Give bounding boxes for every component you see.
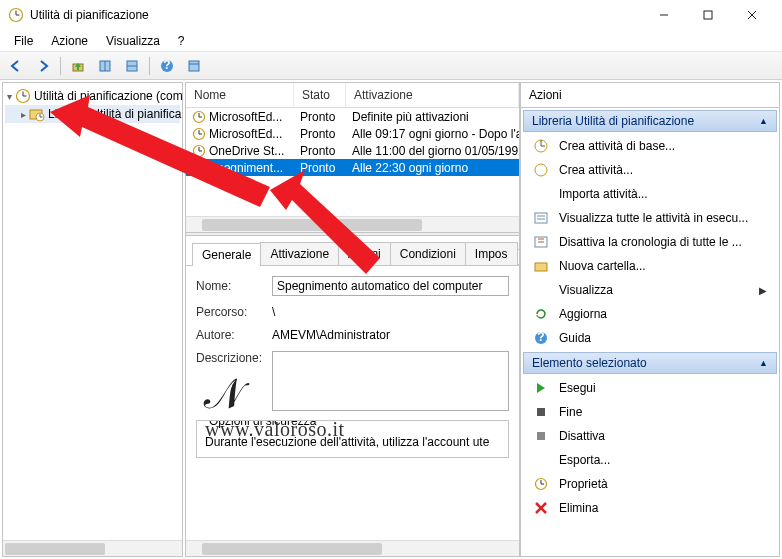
folder-clock-icon [29,106,45,122]
collapse-icon[interactable]: ▲ [759,358,768,368]
action-create-basic[interactable]: Crea attività di base... [521,134,779,158]
delete-icon [533,500,549,516]
input-descrizione[interactable] [272,351,509,411]
svg-text:?: ? [537,330,544,344]
task-list-pane: Nome Stato Attivazione MicrosoftEd... Pr… [185,82,520,557]
list-icon [533,210,549,226]
list-body: MicrosoftEd... Pronto Definite più attiv… [186,108,519,176]
list-scrollbar[interactable] [186,216,519,232]
action-view[interactable]: Visualizza▶ [521,278,779,302]
export-icon [533,452,549,468]
sicurezza-text: Durante l'esecuzione dell'attività, util… [205,435,500,449]
stop-icon [533,404,549,420]
table-row[interactable]: MicrosoftEd... Pronto Alle 09:17 ogni gi… [186,125,519,142]
action-import[interactable]: Importa attività... [521,182,779,206]
toolbar-separator [60,57,61,75]
app-icon [8,7,24,23]
scheduler-icon [15,88,31,104]
detail-scrollbar[interactable] [186,540,519,556]
svg-point-36 [535,164,547,176]
collapse-icon[interactable]: ▲ [759,116,768,126]
svg-rect-4 [704,11,712,19]
action-disable[interactable]: Disattiva [521,424,779,448]
tab-generale[interactable]: Generale [192,243,261,266]
value-percorso: \ [272,305,275,319]
tabstrip: Generale Attivazione Azioni Condizioni I… [186,236,519,266]
col-nome[interactable]: Nome [186,83,294,107]
folder-icon [533,258,549,274]
tab-condizioni[interactable]: Condizioni [390,242,466,265]
action-show-running[interactable]: Visualizza tutte le attività in esecu... [521,206,779,230]
disable-icon [533,428,549,444]
svg-rect-44 [537,408,545,416]
action-create[interactable]: Crea attività... [521,158,779,182]
expand-icon[interactable]: ▸ [21,109,26,120]
col-stato[interactable]: Stato [294,83,346,107]
action-export[interactable]: Esporta... [521,448,779,472]
tab-impostazioni[interactable]: Impos [465,242,518,265]
view-button-3[interactable] [182,55,206,77]
svg-rect-45 [537,432,545,440]
help-button[interactable]: ? [155,55,179,77]
svg-text:?: ? [163,59,170,72]
properties-icon [533,476,549,492]
wizard-icon [533,138,549,154]
back-button[interactable] [4,55,28,77]
svg-rect-37 [535,213,547,223]
task-icon [533,162,549,178]
label-percorso: Percorso: [196,305,272,319]
list-header: Nome Stato Attivazione [186,83,519,108]
menu-visualizza[interactable]: Visualizza [98,32,168,50]
action-end[interactable]: Fine [521,400,779,424]
action-properties[interactable]: Proprietà [521,472,779,496]
menu-azione[interactable]: Azione [43,32,96,50]
view-button-2[interactable] [120,55,144,77]
action-help[interactable]: ?Guida [521,326,779,350]
action-new-folder[interactable]: Nuova cartella... [521,254,779,278]
help-icon: ? [533,330,549,346]
col-attivazione[interactable]: Attivazione [346,83,519,107]
action-delete[interactable]: Elimina [521,496,779,520]
tree-library[interactable]: ▸ Libreria Utilità di pianifica [5,105,180,123]
close-button[interactable] [730,1,774,29]
action-disable-history[interactable]: Disattiva la cronologia di tutte le ... [521,230,779,254]
window-title: Utilità di pianificazione [30,8,642,22]
tree-scrollbar[interactable] [3,540,182,556]
actions-group-selected[interactable]: Elemento selezionato ▲ [523,352,777,374]
table-row[interactable]: MicrosoftEd... Pronto Definite più attiv… [186,108,519,125]
refresh-icon [533,306,549,322]
svg-rect-14 [189,61,199,71]
tab-azioni[interactable]: Azioni [338,242,391,265]
import-icon [533,186,549,202]
forward-button[interactable] [31,55,55,77]
submenu-icon: ▶ [759,285,767,296]
menubar: File Azione Visualizza ? [0,30,782,52]
svg-rect-41 [535,263,547,271]
detail-pane: Generale Attivazione Azioni Condizioni I… [186,236,519,556]
actions-group-library[interactable]: Libreria Utilità di pianificazione ▲ [523,110,777,132]
titlebar: Utilità di pianificazione [0,0,782,30]
tab-attivazione[interactable]: Attivazione [260,242,339,265]
tree-library-label: Libreria Utilità di pianifica [48,107,181,121]
label-nome: Nome: [196,279,272,293]
menu-file[interactable]: File [6,32,41,50]
up-folder-button[interactable] [66,55,90,77]
play-icon [533,380,549,396]
input-nome[interactable] [272,276,509,296]
action-refresh[interactable]: Aggiorna [521,302,779,326]
table-row-selected[interactable]: Spegniment... Pronto Alle 22:30 ogni gio… [186,159,519,176]
view-button-1[interactable] [93,55,117,77]
actions-title: Azioni [521,83,779,108]
actions-pane: Azioni Libreria Utilità di pianificazion… [520,82,780,557]
table-row[interactable]: OneDrive St... Pronto Alle 11:00 del gio… [186,142,519,159]
tree-pane: ▾ Utilità di pianificazione (comp ▸ Libr… [2,82,183,557]
maximize-button[interactable] [686,1,730,29]
menu-help[interactable]: ? [170,32,193,50]
action-run[interactable]: Esegui [521,376,779,400]
toolbar: ? [0,52,782,80]
value-autore: AMEVM\Administrator [272,328,390,342]
tree-root[interactable]: ▾ Utilità di pianificazione (comp [5,87,180,105]
minimize-button[interactable] [642,1,686,29]
expand-icon[interactable]: ▾ [7,91,12,102]
history-icon [533,234,549,250]
